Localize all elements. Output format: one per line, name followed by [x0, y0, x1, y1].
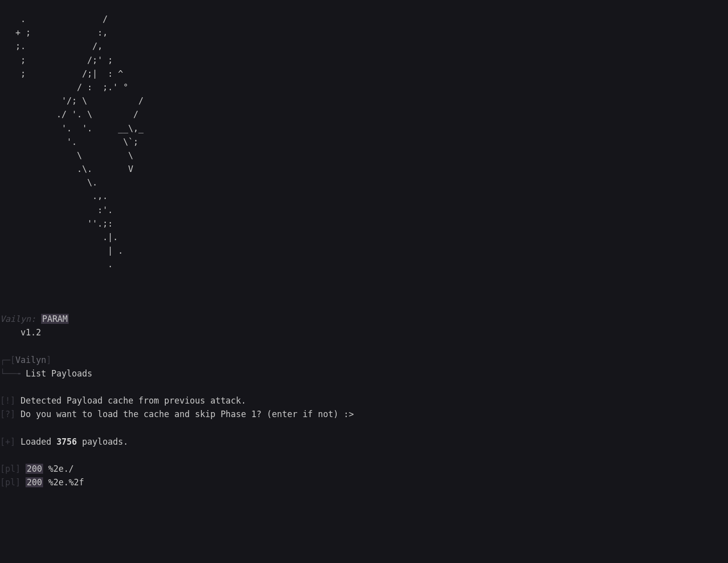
alert-icon: [!] — [0, 396, 16, 406]
version-text: v1.2 — [21, 327, 41, 337]
section-subtitle: List Payloads — [26, 368, 92, 379]
loaded-post: payloads. — [77, 437, 128, 447]
box-corner-top-close: ] — [46, 355, 51, 365]
payload-value: %2e./ — [48, 464, 74, 474]
section-title: Vailyn — [16, 355, 46, 365]
app-name: Vailyn: — [0, 314, 36, 324]
prompt-message[interactable]: Do you want to load the cache and skip P… — [21, 409, 354, 419]
status-badge: 200 — [26, 464, 43, 474]
status-badge: 200 — [26, 477, 43, 487]
box-corner-top: ┌─[ — [0, 355, 16, 365]
mode-badge: PARAM — [41, 314, 69, 324]
question-icon: [?] — [0, 409, 16, 419]
payload-value: %2e.%2f — [48, 477, 84, 487]
ascii-art: . / + ; :, ;. /, ; /;' ; ; /;| : ^ / : ;… — [0, 14, 144, 269]
terminal-output: . / + ; :, ;. /, ; /;' ; ; /;| : ^ / : ;… — [0, 9, 728, 490]
loaded-pre: Loaded — [21, 437, 57, 447]
payload-prefix: [pl] — [0, 464, 21, 474]
detected-message: Detected Payload cache from previous att… — [21, 396, 246, 406]
banner-line: Vailyn: PARAM — [0, 314, 69, 324]
plus-icon: [+] — [0, 437, 16, 447]
loaded-count: 3756 — [57, 437, 77, 447]
box-line-bottom: └──╼ — [0, 368, 26, 379]
payload-prefix: [pl] — [0, 477, 21, 487]
